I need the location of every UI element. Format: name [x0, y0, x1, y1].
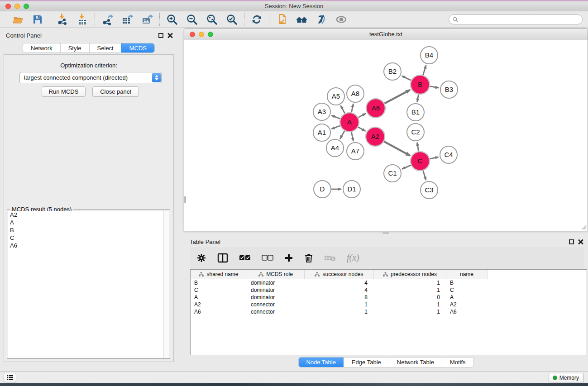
- hide-labels-icon[interactable]: [315, 13, 328, 26]
- graph-edge-B-B1[interactable]: [417, 95, 419, 102]
- graph-edge-A-A2[interactable]: [358, 127, 365, 131]
- graph-node-B4[interactable]: B4: [421, 47, 438, 64]
- table-row[interactable]: Bdominator41B: [191, 279, 587, 286]
- import-network-icon[interactable]: [56, 13, 69, 26]
- zoom-window-button[interactable]: [24, 4, 29, 9]
- eye-icon[interactable]: [335, 13, 348, 26]
- criterion-select[interactable]: largest connected component (directed): [19, 72, 162, 83]
- run-mcds-button[interactable]: Run MCDS: [42, 86, 86, 97]
- graph-edge-A-A4[interactable]: [340, 131, 344, 139]
- export-table-icon[interactable]: [121, 13, 134, 26]
- graph-edge-C-C4[interactable]: [430, 157, 438, 159]
- session-network-icon[interactable]: [275, 13, 288, 26]
- result-scrollbar[interactable]: [164, 211, 169, 358]
- column-header-shared-name[interactable]: shared name: [191, 270, 247, 279]
- tab-style[interactable]: Style: [60, 43, 89, 52]
- tab-node-table[interactable]: Node Table: [298, 357, 344, 367]
- network-close-button[interactable]: [190, 32, 195, 37]
- close-window-button[interactable]: [5, 4, 11, 9]
- graph-node-A4[interactable]: A4: [326, 139, 344, 157]
- graph-node-C2[interactable]: C2: [407, 124, 424, 141]
- graph-node-A8[interactable]: A8: [347, 85, 364, 102]
- graph-edge-A6-B[interactable]: [384, 90, 410, 104]
- import-table-icon[interactable]: [76, 13, 89, 26]
- zoom-selected-icon[interactable]: [225, 13, 238, 26]
- graph-edge-B-B4[interactable]: [423, 65, 426, 75]
- graph-node-A3[interactable]: A3: [313, 103, 330, 120]
- tab-edge-table[interactable]: Edge Table: [344, 357, 389, 367]
- graph-node-C1[interactable]: C1: [384, 165, 401, 182]
- tab-network[interactable]: Network: [23, 43, 60, 52]
- column-header-MCDS-role[interactable]: MCDS role: [247, 270, 305, 279]
- graph-node-A1[interactable]: A1: [313, 124, 330, 141]
- graph-node-D[interactable]: D: [314, 181, 331, 198]
- table-row[interactable]: Adominator80A: [191, 294, 587, 301]
- graph-edge-A-A1[interactable]: [332, 126, 340, 129]
- graph-edge-A2-C[interactable]: [384, 142, 410, 156]
- tab-select[interactable]: Select: [89, 43, 121, 52]
- zoom-out-icon[interactable]: [186, 13, 198, 26]
- graph-edge-C-C1[interactable]: [402, 165, 411, 169]
- select-all-columns-icon[interactable]: [239, 255, 251, 261]
- graph-edge-A-A3[interactable]: [332, 115, 340, 119]
- mcds-result-item[interactable]: A2: [8, 211, 163, 219]
- network-canvas[interactable]: B4B2BB3A5A8A6A3B1AA1C2A2A4A7CC4C1C3DD1: [184, 40, 588, 231]
- table-close-panel-icon[interactable]: [578, 239, 583, 244]
- graph-node-A[interactable]: A: [340, 113, 359, 132]
- graph-node-B1[interactable]: B1: [407, 104, 424, 121]
- graph-node-A7[interactable]: A7: [347, 143, 364, 160]
- network-window-titlebar[interactable]: testGlobe.txt: [184, 29, 588, 40]
- graph-edge-A-A6[interactable]: [358, 114, 366, 118]
- create-column-icon[interactable]: [284, 253, 293, 262]
- horizontal-scrollbar-thumb[interactable]: [382, 232, 389, 234]
- graph-node-C4[interactable]: C4: [440, 146, 457, 163]
- task-history-button[interactable]: [4, 373, 16, 382]
- mcds-result-item[interactable]: B: [8, 226, 163, 234]
- mcds-result-item[interactable]: C: [8, 234, 163, 242]
- graph-node-A6[interactable]: A6: [366, 99, 385, 118]
- close-panel-button[interactable]: Close panel: [92, 86, 139, 97]
- close-panel-icon[interactable]: [167, 33, 173, 38]
- graph-node-D1[interactable]: D1: [343, 181, 360, 198]
- table-float-panel-icon[interactable]: [569, 239, 574, 244]
- graph-edge-A-A7[interactable]: [351, 132, 353, 141]
- zoom-in-icon[interactable]: [166, 13, 178, 26]
- network-minimize-button[interactable]: [199, 32, 204, 37]
- column-header-predecessor-nodes[interactable]: predecessor nodes: [374, 270, 446, 279]
- network-zoom-button[interactable]: [208, 32, 213, 37]
- graph-node-A2[interactable]: A2: [366, 127, 385, 146]
- memory-button[interactable]: Memory: [549, 373, 584, 382]
- graph-node-B3[interactable]: B3: [440, 81, 458, 98]
- graph-node-C3[interactable]: C3: [421, 181, 438, 199]
- refresh-icon[interactable]: [250, 13, 263, 26]
- graph-edge-B-B3[interactable]: [430, 86, 439, 88]
- split-table-icon[interactable]: [217, 253, 228, 263]
- column-header-successor-nodes[interactable]: successor nodes: [305, 270, 374, 279]
- graph-edge-C-C3[interactable]: [423, 171, 426, 180]
- tab-mcds[interactable]: MCDS: [121, 43, 154, 52]
- column-header-name[interactable]: name: [446, 270, 488, 279]
- network-graph[interactable]: B4B2BB3A5A8A6A3B1AA1C2A2A4A7CC4C1C3DD1: [184, 40, 588, 231]
- graph-node-B[interactable]: B: [411, 75, 430, 94]
- table-settings-gear-icon[interactable]: [196, 253, 206, 263]
- graph-node-A5[interactable]: A5: [327, 88, 344, 105]
- float-panel-icon[interactable]: [158, 33, 163, 38]
- table-row[interactable]: A2connector11A2: [191, 301, 587, 308]
- search-input[interactable]: [461, 16, 578, 23]
- home-icon[interactable]: [295, 13, 308, 26]
- table-row[interactable]: A6connector11A6: [191, 308, 587, 315]
- graph-edge-C-C2[interactable]: [417, 143, 419, 152]
- vertical-scrollbar-thumb[interactable]: [184, 196, 186, 203]
- graph-edge-A-A8[interactable]: [351, 104, 353, 113]
- graph-edge-B-B2[interactable]: [402, 76, 411, 81]
- export-image-icon[interactable]: [141, 13, 153, 26]
- unselect-all-columns-icon[interactable]: [262, 255, 273, 261]
- mcds-result-item[interactable]: A6: [8, 242, 163, 249]
- mcds-result-item[interactable]: A: [8, 219, 163, 226]
- table-row[interactable]: Cdominator41C: [191, 286, 587, 294]
- search-field[interactable]: [449, 14, 583, 24]
- tab-motifs[interactable]: Motifs: [442, 357, 473, 367]
- graph-edge-A-A5[interactable]: [341, 105, 345, 113]
- mcds-result-list[interactable]: A2ABCA6: [8, 211, 164, 358]
- delete-table-icon[interactable]: [324, 254, 336, 262]
